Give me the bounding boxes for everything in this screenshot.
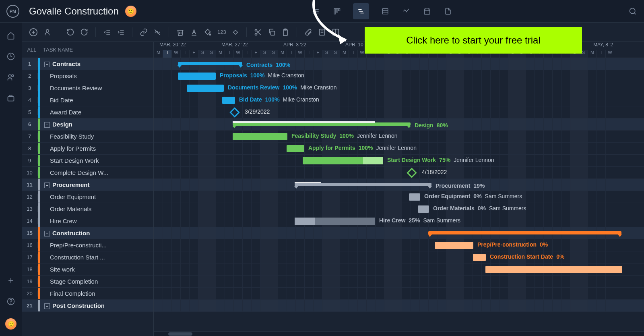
- files-view-icon[interactable]: [443, 6, 453, 16]
- task-row[interactable]: 6 −Design: [22, 118, 153, 131]
- task-row[interactable]: 5 Award Date: [22, 106, 153, 118]
- milestone-diamond[interactable]: [229, 107, 239, 117]
- timeline[interactable]: MAR, 20 '22MAR, 27 '22APR, 3 '22APR, 10 …: [154, 42, 644, 336]
- task-row[interactable]: 20 Final Completion: [22, 288, 153, 300]
- fill-icon[interactable]: [204, 28, 212, 36]
- indent-icon[interactable]: [117, 28, 125, 36]
- help-icon[interactable]: [7, 297, 15, 305]
- paste-icon[interactable]: [281, 28, 289, 36]
- attach-icon[interactable]: [304, 28, 312, 36]
- task-row[interactable]: 12 Order Equipment: [22, 191, 153, 203]
- task-row[interactable]: 18 Site work: [22, 263, 153, 276]
- task-row[interactable]: 13 Order Materials: [22, 203, 153, 215]
- task-row[interactable]: 8 Apply for Permits: [22, 143, 153, 155]
- free-trial-cta[interactable]: Click here to start your free trial: [365, 27, 582, 54]
- task-row[interactable]: 3 Documents Review: [22, 82, 153, 94]
- column-task-name[interactable]: TASK NAME: [38, 47, 153, 53]
- task-row[interactable]: 7 Feasibility Study: [22, 131, 153, 143]
- link-icon[interactable]: [140, 28, 148, 36]
- note-icon[interactable]: [318, 28, 326, 36]
- unlink-icon[interactable]: [153, 28, 161, 36]
- task-row[interactable]: 16 Prep/Pre-constructi...: [22, 239, 153, 251]
- gantt-bar[interactable]: [428, 231, 621, 234]
- list-view-icon[interactable]: [311, 6, 321, 16]
- gantt-bar[interactable]: Order Equipment0%Sam Summers: [409, 193, 420, 201]
- task-row[interactable]: 9 Start Design Work: [22, 155, 153, 167]
- redo-icon[interactable]: [80, 28, 88, 36]
- gantt-bar[interactable]: Documents Review100%Mike Cranston: [187, 85, 224, 92]
- row-number: 10: [22, 170, 38, 176]
- user-avatar[interactable]: [5, 318, 17, 330]
- board-view-icon[interactable]: [332, 6, 342, 16]
- recent-icon[interactable]: [7, 52, 15, 60]
- row-number: 2: [22, 73, 38, 79]
- gantt-bar[interactable]: Hire Crew25%Sam Summers: [295, 218, 375, 225]
- collapse-icon[interactable]: −: [44, 303, 50, 309]
- gantt-bar[interactable]: Contracts100%: [178, 62, 242, 65]
- task-row[interactable]: 4 Bid Date: [22, 94, 153, 106]
- gantt-bar[interactable]: Construction Start Date0%: [473, 254, 486, 261]
- outdent-icon[interactable]: [103, 28, 111, 36]
- gantt-bar[interactable]: Order Materials0%Sam Summers: [418, 205, 429, 213]
- task-row[interactable]: 15 −Construction: [22, 227, 153, 239]
- horizontal-scrollbar[interactable]: [154, 331, 644, 336]
- gantt-bar[interactable]: Start Design Work75%Jennifer Lennon: [303, 157, 383, 164]
- gantt-bar[interactable]: [485, 266, 622, 273]
- task-row[interactable]: 2 Proposals: [22, 70, 153, 82]
- task-row[interactable]: 1 −Contracts: [22, 58, 153, 70]
- gantt-bar[interactable]: Proposals100%Mike Cranston: [178, 73, 216, 80]
- task-row[interactable]: 17 Construction Start ...: [22, 251, 153, 263]
- add-task-icon[interactable]: [29, 28, 38, 37]
- project-avatar[interactable]: [125, 6, 136, 17]
- task-name-cell: −Post Construction: [40, 302, 153, 309]
- sheet-view-icon[interactable]: [380, 6, 390, 16]
- task-row[interactable]: 19 Stage Completion: [22, 276, 153, 288]
- calendar-view-icon[interactable]: [422, 6, 432, 16]
- row-number: 17: [22, 254, 38, 260]
- dashboard-view-icon[interactable]: [401, 6, 411, 16]
- cut-icon[interactable]: [254, 28, 262, 36]
- collapse-icon[interactable]: −: [44, 122, 50, 128]
- day-label: T: [287, 50, 295, 58]
- task-row[interactable]: 10 Complete Design W...: [22, 167, 153, 179]
- portfolio-icon[interactable]: [7, 94, 15, 102]
- gantt-bar[interactable]: Apply for Permits100%Jennifer Lennon: [287, 145, 304, 152]
- search-icon[interactable]: [628, 6, 638, 16]
- task-row[interactable]: 14 Hire Crew: [22, 215, 153, 227]
- gantt-bar[interactable]: Procurement19%: [295, 183, 431, 186]
- collapse-icon[interactable]: −: [44, 231, 50, 236]
- day-label: M: [588, 50, 597, 58]
- day-label: S: [322, 50, 331, 58]
- gantt-bar[interactable]: Prep/Pre-construction0%: [435, 242, 473, 249]
- column-all[interactable]: ALL: [22, 47, 38, 53]
- gantt-bar[interactable]: Bid Date100%Mike Cranston: [222, 97, 235, 104]
- undo-icon[interactable]: [66, 28, 74, 36]
- collapse-icon[interactable]: −: [44, 183, 50, 188]
- gantt-view-icon[interactable]: [353, 3, 369, 19]
- home-icon[interactable]: [7, 31, 15, 39]
- 123-icon[interactable]: 123: [217, 29, 226, 35]
- add-icon[interactable]: [7, 276, 15, 284]
- top-header: PM Govalle Construction: [0, 0, 644, 23]
- bar-label: Design80%: [415, 122, 448, 129]
- app-logo[interactable]: PM: [6, 5, 19, 18]
- team-icon[interactable]: [7, 73, 15, 81]
- columns-icon[interactable]: [332, 28, 340, 36]
- task-row[interactable]: 21 −Post Construction: [22, 300, 153, 312]
- task-row[interactable]: 11 −Procurement: [22, 179, 153, 191]
- milestone-diamond[interactable]: [407, 168, 417, 178]
- delete-icon[interactable]: [176, 28, 184, 36]
- gantt-bar[interactable]: Feasibility Study100%Jennifer Lennon: [233, 133, 287, 140]
- bar-label: Feasibility Study100%Jennifer Lennon: [291, 133, 397, 139]
- gantt-bar[interactable]: Design80%: [233, 122, 411, 126]
- text-color-icon[interactable]: [190, 28, 198, 36]
- row-number: 7: [22, 133, 38, 139]
- row-number: 16: [22, 242, 38, 248]
- assign-icon[interactable]: [43, 28, 52, 36]
- collapse-icon[interactable]: −: [44, 62, 50, 67]
- week-label: MAY, 8 '2: [593, 42, 613, 48]
- milestone-tool-icon[interactable]: [232, 29, 239, 36]
- day-label: S: [207, 50, 216, 58]
- day-label: F: [313, 50, 322, 58]
- copy-icon[interactable]: [268, 28, 276, 36]
